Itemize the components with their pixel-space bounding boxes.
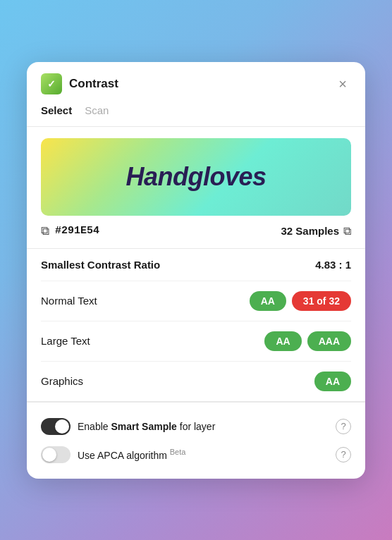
samples-count: 32 Samples xyxy=(281,225,339,237)
apca-label: Use APCA algorithm Beta xyxy=(78,448,185,461)
app-icon: ✓ xyxy=(41,73,62,94)
graphics-label: Graphics xyxy=(41,375,83,387)
panel-header: ✓ Contrast × xyxy=(27,62,365,104)
preview-text: Handgloves xyxy=(125,162,266,192)
normal-text-label: Normal Text xyxy=(41,295,97,307)
color-row: ⧉ #291E54 32 Samples ⧉ xyxy=(41,216,351,248)
samples-icon: ⧉ xyxy=(343,225,351,238)
contrast-ratio-value: 4.83 : 1 xyxy=(315,259,351,271)
normal-text-badges: AA 31 of 32 xyxy=(250,291,351,311)
normal-text-row: Normal Text AA 31 of 32 xyxy=(41,281,351,321)
tab-bar: Select Scan xyxy=(27,104,365,126)
tab-scan[interactable]: Scan xyxy=(85,104,109,116)
smart-sample-label: Enable Smart Sample for layer xyxy=(78,421,215,432)
graphics-row: Graphics AA xyxy=(41,362,351,401)
footer-section: Enable Smart Sample for layer ? Use APCA… xyxy=(27,402,365,479)
stats-section: Smallest Contrast Ratio 4.83 : 1 Normal … xyxy=(27,249,365,401)
smart-sample-label-bold: Smart Sample xyxy=(111,421,176,432)
smart-sample-label-start: Enable xyxy=(78,421,111,432)
smart-sample-left: Enable Smart Sample for layer xyxy=(41,418,215,435)
contrast-panel: ✓ Contrast × Select Scan Handgloves ⧉ #2… xyxy=(27,62,365,479)
color-hex-value: #291E54 xyxy=(55,225,99,237)
header-left: ✓ Contrast xyxy=(41,73,118,94)
large-text-aaa-badge: AAA xyxy=(307,331,351,351)
smart-sample-toggle[interactable] xyxy=(41,418,71,435)
large-text-row: Large Text AA AAA xyxy=(41,321,351,362)
smart-sample-label-end: for layer xyxy=(177,421,215,432)
contrast-ratio-row: Smallest Contrast Ratio 4.83 : 1 xyxy=(41,249,351,281)
normal-text-aa-badge: AA xyxy=(250,291,286,311)
checkmark-icon: ✓ xyxy=(47,78,56,90)
smart-sample-row: Enable Smart Sample for layer ? xyxy=(41,412,351,441)
large-text-label: Large Text xyxy=(41,335,90,347)
large-text-badges: AA AAA xyxy=(264,331,351,351)
apca-beta-label: Beta xyxy=(170,448,186,456)
preview-banner: Handgloves xyxy=(41,138,351,216)
smart-sample-thumb xyxy=(55,419,69,434)
samples-row: 32 Samples ⧉ xyxy=(281,225,351,238)
preview-section: Handgloves ⧉ #291E54 32 Samples ⧉ xyxy=(27,127,365,248)
panel-title: Contrast xyxy=(69,77,118,91)
apca-toggle[interactable] xyxy=(41,446,71,463)
color-left: ⧉ #291E54 xyxy=(41,224,99,238)
close-button[interactable]: × xyxy=(334,75,351,92)
apca-row: Use APCA algorithm Beta ? xyxy=(41,441,351,469)
normal-text-count-badge: 31 of 32 xyxy=(292,291,351,311)
smart-sample-help-label: ? xyxy=(341,421,345,431)
graphics-aa-badge: AA xyxy=(314,372,351,391)
large-text-aa-badge: AA xyxy=(264,331,301,351)
tab-select[interactable]: Select xyxy=(41,104,72,116)
swatch-icon: ⧉ xyxy=(41,224,49,238)
apca-label-start: Use APCA algorithm xyxy=(78,450,167,461)
apca-help-label: ? xyxy=(341,449,345,460)
graphics-badges: AA xyxy=(314,372,351,391)
apca-thumb xyxy=(42,448,56,462)
contrast-ratio-label: Smallest Contrast Ratio xyxy=(41,259,160,271)
apca-left: Use APCA algorithm Beta xyxy=(41,446,185,463)
smart-sample-help-icon[interactable]: ? xyxy=(336,419,351,434)
apca-help-icon[interactable]: ? xyxy=(336,447,351,462)
